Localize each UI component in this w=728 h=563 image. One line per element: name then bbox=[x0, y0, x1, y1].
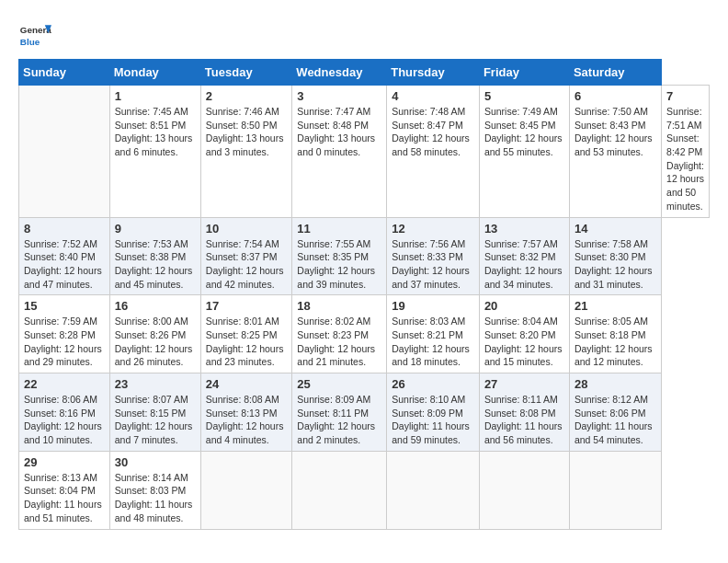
day-number: 26 bbox=[392, 377, 474, 391]
calendar-day-cell: 7Sunrise: 7:51 AMSunset: 8:42 PMDaylight… bbox=[662, 86, 710, 218]
day-number: 4 bbox=[392, 89, 474, 103]
calendar-day-cell: 18Sunrise: 8:02 AMSunset: 8:23 PMDayligh… bbox=[292, 295, 387, 373]
day-number: 25 bbox=[297, 377, 381, 391]
calendar-day-cell: 14Sunrise: 7:58 AMSunset: 8:30 PMDayligh… bbox=[569, 217, 661, 295]
calendar-week-row: 1Sunrise: 7:45 AMSunset: 8:51 PMDaylight… bbox=[19, 86, 710, 218]
calendar-day-cell: 12Sunrise: 7:56 AMSunset: 8:33 PMDayligh… bbox=[387, 217, 480, 295]
day-number: 2 bbox=[206, 89, 288, 103]
day-number: 28 bbox=[574, 377, 656, 391]
weekday-header-friday: Friday bbox=[479, 60, 569, 86]
day-info: Sunrise: 8:00 AMSunset: 8:26 PMDaylight:… bbox=[115, 315, 196, 369]
day-info: Sunrise: 8:08 AMSunset: 8:13 PMDaylight:… bbox=[206, 393, 288, 447]
weekday-header-saturday: Saturday bbox=[569, 60, 661, 86]
day-info: Sunrise: 8:04 AMSunset: 8:20 PMDaylight:… bbox=[484, 315, 564, 369]
day-info: Sunrise: 7:45 AMSunset: 8:51 PMDaylight:… bbox=[115, 105, 196, 159]
day-number: 16 bbox=[115, 299, 196, 313]
calendar-day-cell bbox=[200, 451, 292, 529]
weekday-header-row: SundayMondayTuesdayWednesdayThursdayFrid… bbox=[19, 60, 710, 86]
day-number: 12 bbox=[392, 222, 474, 236]
calendar-day-cell bbox=[387, 451, 480, 529]
day-number: 21 bbox=[574, 299, 656, 313]
calendar-day-cell: 6Sunrise: 7:50 AMSunset: 8:43 PMDaylight… bbox=[569, 86, 661, 218]
weekday-header-sunday: Sunday bbox=[19, 60, 110, 86]
calendar-day-cell: 30Sunrise: 8:14 AMSunset: 8:03 PMDayligh… bbox=[109, 451, 200, 529]
day-number: 11 bbox=[297, 222, 381, 236]
day-info: Sunrise: 8:14 AMSunset: 8:03 PMDaylight:… bbox=[115, 471, 196, 525]
day-number: 24 bbox=[206, 377, 288, 391]
day-number: 22 bbox=[24, 377, 105, 391]
day-number: 17 bbox=[206, 299, 288, 313]
day-info: Sunrise: 8:12 AMSunset: 8:06 PMDaylight:… bbox=[574, 393, 656, 447]
day-number: 5 bbox=[484, 89, 564, 103]
day-number: 27 bbox=[484, 377, 564, 391]
calendar-day-cell: 22Sunrise: 8:06 AMSunset: 8:16 PMDayligh… bbox=[19, 373, 110, 452]
day-info: Sunrise: 7:49 AMSunset: 8:45 PMDaylight:… bbox=[484, 105, 564, 159]
day-info: Sunrise: 8:06 AMSunset: 8:16 PMDaylight:… bbox=[24, 393, 105, 447]
day-number: 8 bbox=[24, 222, 105, 236]
logo-icon: General Blue bbox=[18, 18, 51, 52]
calendar-day-cell bbox=[292, 451, 387, 529]
day-info: Sunrise: 8:03 AMSunset: 8:21 PMDaylight:… bbox=[392, 315, 474, 369]
calendar-day-cell: 3Sunrise: 7:47 AMSunset: 8:48 PMDaylight… bbox=[292, 86, 387, 218]
calendar-day-cell: 27Sunrise: 8:11 AMSunset: 8:08 PMDayligh… bbox=[479, 373, 569, 452]
day-number: 9 bbox=[115, 222, 196, 236]
calendar-day-cell: 16Sunrise: 8:00 AMSunset: 8:26 PMDayligh… bbox=[109, 295, 200, 373]
day-info: Sunrise: 7:58 AMSunset: 8:30 PMDaylight:… bbox=[574, 237, 656, 292]
calendar-day-cell: 24Sunrise: 8:08 AMSunset: 8:13 PMDayligh… bbox=[200, 373, 292, 452]
weekday-header-monday: Monday bbox=[109, 60, 200, 86]
day-info: Sunrise: 7:51 AMSunset: 8:42 PMDaylight:… bbox=[666, 105, 704, 213]
calendar-day-cell: 15Sunrise: 7:59 AMSunset: 8:28 PMDayligh… bbox=[19, 295, 110, 373]
day-info: Sunrise: 8:10 AMSunset: 8:09 PMDaylight:… bbox=[392, 393, 474, 447]
day-number: 20 bbox=[484, 299, 564, 313]
calendar-day-cell: 25Sunrise: 8:09 AMSunset: 8:11 PMDayligh… bbox=[292, 373, 387, 452]
day-number: 6 bbox=[574, 89, 656, 103]
day-info: Sunrise: 7:48 AMSunset: 8:47 PMDaylight:… bbox=[392, 105, 474, 159]
svg-text:Blue: Blue bbox=[20, 37, 40, 47]
day-info: Sunrise: 7:47 AMSunset: 8:48 PMDaylight:… bbox=[297, 105, 381, 159]
empty-cell bbox=[19, 86, 110, 218]
calendar-day-cell: 11Sunrise: 7:55 AMSunset: 8:35 PMDayligh… bbox=[292, 217, 387, 295]
day-info: Sunrise: 8:01 AMSunset: 8:25 PMDaylight:… bbox=[206, 315, 288, 369]
day-info: Sunrise: 7:56 AMSunset: 8:33 PMDaylight:… bbox=[392, 237, 474, 292]
day-number: 19 bbox=[392, 299, 474, 313]
day-number: 1 bbox=[115, 89, 196, 103]
calendar-day-cell: 1Sunrise: 7:45 AMSunset: 8:51 PMDaylight… bbox=[109, 86, 200, 218]
day-info: Sunrise: 7:50 AMSunset: 8:43 PMDaylight:… bbox=[574, 105, 656, 159]
calendar-day-cell: 8Sunrise: 7:52 AMSunset: 8:40 PMDaylight… bbox=[19, 217, 110, 295]
day-info: Sunrise: 8:02 AMSunset: 8:23 PMDaylight:… bbox=[297, 315, 381, 369]
day-info: Sunrise: 8:11 AMSunset: 8:08 PMDaylight:… bbox=[484, 393, 564, 447]
day-number: 3 bbox=[297, 89, 381, 103]
calendar-day-cell: 10Sunrise: 7:54 AMSunset: 8:37 PMDayligh… bbox=[200, 217, 292, 295]
calendar-day-cell: 4Sunrise: 7:48 AMSunset: 8:47 PMDaylight… bbox=[387, 86, 480, 218]
calendar-day-cell: 20Sunrise: 8:04 AMSunset: 8:20 PMDayligh… bbox=[479, 295, 569, 373]
calendar-day-cell: 21Sunrise: 8:05 AMSunset: 8:18 PMDayligh… bbox=[569, 295, 661, 373]
day-info: Sunrise: 7:52 AMSunset: 8:40 PMDaylight:… bbox=[24, 237, 105, 292]
calendar-day-cell bbox=[569, 451, 661, 529]
calendar-day-cell: 5Sunrise: 7:49 AMSunset: 8:45 PMDaylight… bbox=[479, 86, 569, 218]
calendar-week-row: 22Sunrise: 8:06 AMSunset: 8:16 PMDayligh… bbox=[19, 373, 710, 452]
calendar-day-cell: 9Sunrise: 7:53 AMSunset: 8:38 PMDaylight… bbox=[109, 217, 200, 295]
day-info: Sunrise: 7:53 AMSunset: 8:38 PMDaylight:… bbox=[115, 237, 196, 292]
day-info: Sunrise: 8:13 AMSunset: 8:04 PMDaylight:… bbox=[24, 471, 105, 525]
day-number: 23 bbox=[115, 377, 196, 391]
calendar-day-cell: 2Sunrise: 7:46 AMSunset: 8:50 PMDaylight… bbox=[200, 86, 292, 218]
day-number: 30 bbox=[115, 455, 196, 469]
day-number: 15 bbox=[24, 299, 105, 313]
calendar-day-cell: 13Sunrise: 7:57 AMSunset: 8:32 PMDayligh… bbox=[479, 217, 569, 295]
calendar-day-cell: 23Sunrise: 8:07 AMSunset: 8:15 PMDayligh… bbox=[109, 373, 200, 452]
calendar-day-cell: 28Sunrise: 8:12 AMSunset: 8:06 PMDayligh… bbox=[569, 373, 661, 452]
day-info: Sunrise: 7:55 AMSunset: 8:35 PMDaylight:… bbox=[297, 237, 381, 292]
day-number: 29 bbox=[24, 455, 105, 469]
calendar-day-cell: 19Sunrise: 8:03 AMSunset: 8:21 PMDayligh… bbox=[387, 295, 480, 373]
calendar-day-cell: 17Sunrise: 8:01 AMSunset: 8:25 PMDayligh… bbox=[200, 295, 292, 373]
calendar-week-row: 15Sunrise: 7:59 AMSunset: 8:28 PMDayligh… bbox=[19, 295, 710, 373]
calendar-day-cell: 29Sunrise: 8:13 AMSunset: 8:04 PMDayligh… bbox=[19, 451, 110, 529]
day-info: Sunrise: 7:59 AMSunset: 8:28 PMDaylight:… bbox=[24, 315, 105, 369]
day-info: Sunrise: 8:09 AMSunset: 8:11 PMDaylight:… bbox=[297, 393, 381, 447]
calendar-day-cell bbox=[479, 451, 569, 529]
day-info: Sunrise: 7:54 AMSunset: 8:37 PMDaylight:… bbox=[206, 237, 288, 292]
day-number: 7 bbox=[666, 89, 704, 103]
calendar-week-row: 8Sunrise: 7:52 AMSunset: 8:40 PMDaylight… bbox=[19, 217, 710, 295]
weekday-header-tuesday: Tuesday bbox=[200, 60, 292, 86]
day-number: 13 bbox=[484, 222, 564, 236]
